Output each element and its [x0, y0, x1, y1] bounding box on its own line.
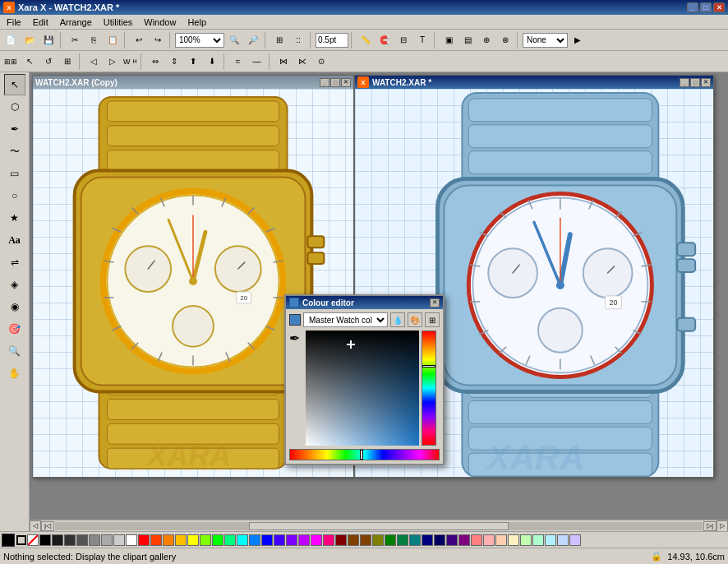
magnet-button[interactable]: 🧲: [376, 31, 394, 49]
swatch-dark-blue[interactable]: [422, 534, 433, 546]
scroll-thumb-h[interactable]: [249, 522, 508, 530]
swatch-orange-red[interactable]: [150, 534, 162, 546]
arrow-tool-btn[interactable]: ↖: [21, 53, 39, 71]
group-button[interactable]: ▣: [440, 31, 458, 49]
swatch-mint[interactable]: [532, 534, 544, 546]
swatch-dark-cyan[interactable]: [409, 534, 421, 546]
scroll-end-btn[interactable]: ▷|: [703, 521, 716, 531]
rainbow-bar[interactable]: [289, 449, 440, 460]
redo-button[interactable]: ↪: [149, 31, 167, 49]
swatch-light-green[interactable]: [520, 534, 532, 546]
order-btn[interactable]: ⬆: [184, 53, 202, 71]
mdi-close-copy[interactable]: ✕: [341, 78, 351, 87]
grid-toggle-btn[interactable]: ⊞: [58, 53, 76, 71]
swatch-pink[interactable]: [471, 534, 482, 546]
swatch-orange[interactable]: [163, 534, 174, 546]
swatch-hot-pink[interactable]: [323, 534, 334, 546]
tool-push[interactable]: ✋: [4, 363, 25, 384]
tool-freehand[interactable]: 〜: [4, 141, 25, 162]
tool-rect[interactable]: ▭: [4, 163, 25, 184]
swatch-green[interactable]: [212, 534, 223, 546]
colour-name-select[interactable]: Master Watch col: [303, 312, 388, 327]
swatch-brown[interactable]: [348, 534, 359, 546]
tool-selector[interactable]: ↖: [4, 74, 25, 95]
snap-button[interactable]: ⊞: [270, 31, 288, 49]
zoom-select[interactable]: 100%: [175, 33, 224, 48]
undo-button[interactable]: ↩: [130, 31, 148, 49]
apply-button[interactable]: ▶: [569, 31, 587, 49]
swatch-indigo[interactable]: [446, 534, 458, 546]
flip-h-btn[interactable]: ⇔: [146, 53, 164, 71]
swatch-light-blue[interactable]: [249, 534, 260, 546]
tool-fill[interactable]: ◉: [4, 296, 25, 317]
scroll-right-btn[interactable]: ▷: [716, 520, 728, 532]
zoom-out-button[interactable]: 🔍: [225, 31, 243, 49]
menu-file[interactable]: File: [2, 16, 26, 28]
move-left-btn[interactable]: ◁: [85, 53, 103, 71]
swatch-dark-green[interactable]: [385, 534, 396, 546]
flip-v-btn[interactable]: ⇕: [165, 53, 183, 71]
swatch-cream[interactable]: [508, 534, 519, 546]
save-button[interactable]: 💾: [39, 31, 58, 49]
swatch-gray1[interactable]: [64, 534, 76, 546]
none-select[interactable]: None: [523, 33, 568, 48]
swatch-pale-blue[interactable]: [557, 534, 569, 546]
break-curves-btn[interactable]: ⋉: [293, 53, 311, 71]
swatch-magenta[interactable]: [311, 534, 322, 546]
rotate-btn[interactable]: ↺: [39, 53, 58, 71]
swatch-light-pink[interactable]: [483, 534, 495, 546]
minimize-button[interactable]: _: [687, 2, 698, 12]
straight-btn[interactable]: —: [248, 53, 266, 71]
ruler-button[interactable]: 📏: [357, 31, 375, 49]
swatch-yellow-green[interactable]: [200, 534, 211, 546]
join-curves-btn[interactable]: ⋈: [274, 53, 293, 71]
new-button[interactable]: 📄: [2, 31, 20, 49]
colour-options-btn[interactable]: ⊞: [425, 312, 440, 327]
colour-dropper-btn[interactable]: 💧: [390, 312, 405, 327]
close-path-btn[interactable]: ⊙: [312, 53, 330, 71]
swatch-red[interactable]: [138, 534, 150, 546]
swatch-navy[interactable]: [434, 534, 445, 546]
mdi-maximize-main[interactable]: □: [690, 78, 700, 87]
stroke-swatch[interactable]: [16, 535, 26, 545]
swatch-dark-purple[interactable]: [458, 534, 470, 546]
tool-star[interactable]: ★: [4, 207, 25, 229]
swatch-lightgray[interactable]: [101, 534, 113, 546]
swatch-purple-blue[interactable]: [274, 534, 285, 546]
select-all-btn[interactable]: ⊞⊞: [2, 53, 20, 71]
swatch-dark-red[interactable]: [335, 534, 347, 546]
zoom-in-button[interactable]: 🔎: [244, 31, 262, 49]
menu-help[interactable]: Help: [182, 16, 211, 28]
colour-gradient-picker[interactable]: [306, 331, 419, 446]
tool-pen[interactable]: ✒: [4, 118, 25, 140]
mdi-maximize-copy[interactable]: □: [330, 78, 340, 87]
mdi-minimize-copy[interactable]: _: [320, 78, 329, 87]
colour-editor-close[interactable]: ✕: [430, 298, 440, 307]
tool-zoom[interactable]: 🔍: [4, 340, 25, 362]
swatch-white[interactable]: [126, 534, 137, 546]
no-fill-swatch[interactable]: [27, 534, 39, 546]
ungroup-button[interactable]: ▤: [458, 31, 477, 49]
fill-swatch[interactable]: [2, 534, 15, 547]
line-width-input[interactable]: [316, 33, 348, 48]
swatch-cyan[interactable]: [237, 534, 248, 546]
tool-text[interactable]: Aa: [4, 229, 25, 251]
tool-transparency[interactable]: ◈: [4, 274, 25, 295]
menu-utilities[interactable]: Utilities: [99, 16, 137, 28]
swatch-dark-orange[interactable]: [360, 534, 371, 546]
swatch-dark-teal[interactable]: [397, 534, 408, 546]
order-back-btn[interactable]: ⬇: [203, 53, 221, 71]
scroll-start-btn[interactable]: |◁: [41, 521, 54, 531]
swatch-pale-cyan[interactable]: [545, 534, 556, 546]
tool-eyedropper[interactable]: 🎯: [4, 318, 25, 340]
tool-node[interactable]: ⬡: [4, 96, 25, 118]
menu-window[interactable]: Window: [139, 16, 181, 28]
eyedropper-tool[interactable]: ✒: [289, 331, 300, 346]
smooth-btn[interactable]: ≈: [229, 53, 247, 71]
menu-edit[interactable]: Edit: [28, 16, 53, 28]
swatch-blue[interactable]: [261, 534, 273, 546]
grid-button[interactable]: ::: [289, 31, 307, 49]
mdi-minimize-main[interactable]: _: [680, 78, 689, 87]
maximize-button[interactable]: □: [700, 2, 712, 12]
combine-button[interactable]: ⊕: [477, 31, 495, 49]
